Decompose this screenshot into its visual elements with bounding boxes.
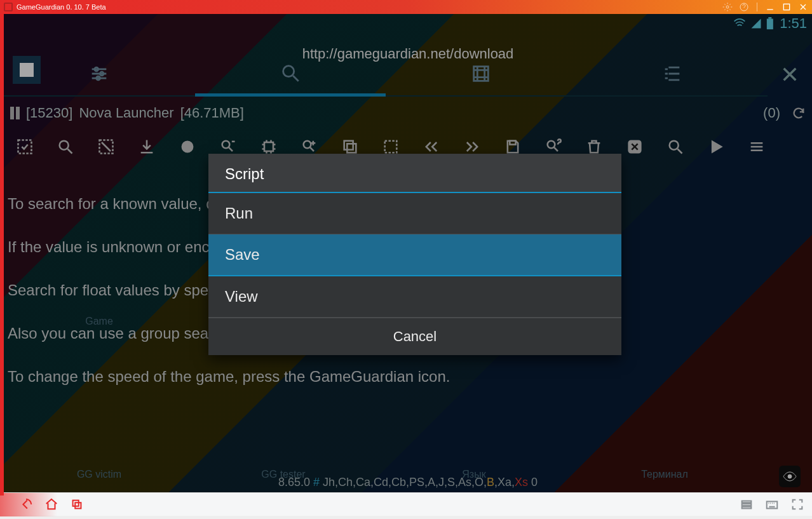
titlebar: GameGuardian 0. 10. 7 Beta <box>0 0 812 14</box>
script-dialog: Script Run Save View Cancel <box>208 154 621 355</box>
dialog-cancel[interactable]: Cancel <box>208 318 621 355</box>
dialog-item-run[interactable]: Run <box>208 193 621 234</box>
dialog-title: Script <box>208 154 621 193</box>
svg-rect-2 <box>783 4 789 10</box>
svg-point-0 <box>726 6 729 8</box>
dialog-item-save[interactable]: Save <box>208 234 621 276</box>
svg-rect-29 <box>742 507 752 509</box>
app-badge-icon <box>4 3 13 11</box>
window-title: GameGuardian 0. 10. 7 Beta <box>17 3 722 11</box>
svg-rect-27 <box>742 501 752 503</box>
nav-fullscreen-icon[interactable] <box>790 497 804 511</box>
maximize-icon[interactable] <box>782 2 792 12</box>
close-icon[interactable] <box>798 2 808 12</box>
nav-recent-icon[interactable] <box>70 497 84 511</box>
emulator-navbar <box>0 492 812 516</box>
nav-keyboard-icon[interactable] <box>765 497 779 511</box>
settings-icon[interactable] <box>722 2 733 12</box>
nav-back-icon[interactable] <box>19 497 33 511</box>
minimize-icon[interactable] <box>765 2 775 12</box>
nav-home-icon[interactable] <box>44 497 58 511</box>
nav-menu-icon[interactable] <box>740 497 754 511</box>
svg-rect-30 <box>767 501 778 508</box>
dialog-item-view[interactable]: View <box>208 276 621 318</box>
help-icon[interactable] <box>739 2 749 12</box>
svg-rect-28 <box>742 504 752 506</box>
